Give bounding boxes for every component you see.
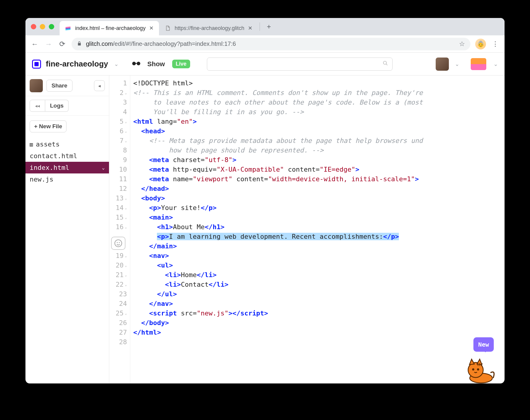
code-line[interactable] [133, 337, 505, 347]
file-item-new-js[interactable]: new.js [25, 173, 109, 185]
live-badge[interactable]: Live [172, 60, 190, 68]
forward-button[interactable]: → [44, 40, 53, 48]
code-line[interactable]: <!-- This is an HTML comment. Comments d… [133, 88, 505, 98]
url-text: glitch.com/edit/#!/fine-archaeology?path… [86, 40, 236, 47]
code-line[interactable]: <script src="new.js"></script> [133, 309, 505, 318]
file-item-index-html[interactable]: index.html⌄ [25, 162, 109, 173]
code-line[interactable]: <p>Your site!</p> [133, 203, 505, 213]
code-line[interactable]: You'll be filling it in as you go. --> [133, 107, 505, 117]
code-line[interactable]: <main> [133, 213, 505, 222]
logs-button[interactable]: Logs [45, 100, 69, 112]
file-name: assets [36, 140, 60, 148]
code-line[interactable]: <meta http-equiv="X-UA-Compatible" conte… [133, 165, 505, 174]
minimize-window-button[interactable] [40, 24, 45, 29]
cat-mascot-icon[interactable] [463, 356, 496, 383]
code-line[interactable]: how the page should be represented. --> [133, 146, 505, 155]
svg-point-7 [119, 242, 120, 243]
account-dropdown-caret[interactable]: ⌄ [493, 61, 498, 67]
code-line[interactable]: <body> [133, 194, 505, 203]
show-button-label[interactable]: Show [147, 60, 165, 68]
new-feature-badge[interactable]: New [473, 337, 494, 352]
code-line[interactable]: <!DOCTYPE html> [133, 78, 505, 88]
browser-tab[interactable]: https://fine-archaeology.glitch ✕ [159, 21, 258, 35]
code-line[interactable]: <ul> [133, 261, 505, 270]
close-tab-icon[interactable]: ✕ [248, 25, 252, 31]
search-icon [383, 61, 388, 67]
line-number: 2 ⌄ [109, 88, 127, 98]
sidebar: Share ◂ ◂◂ Logs + New File ▥assetscontac… [25, 75, 109, 383]
sunglasses-icon[interactable] [132, 60, 141, 68]
line-number: 14 ⌄ [109, 203, 127, 213]
file-item-assets[interactable]: ▥assets [25, 138, 109, 150]
browser-toolbar: ← → ⟳ glitch.com/edit/#!/fine-archaeolog… [25, 35, 505, 53]
line-number: 28 [109, 337, 127, 347]
archive-icon: ▥ [30, 141, 33, 147]
svg-point-3 [383, 61, 387, 64]
line-number: 7 ⌄ [109, 136, 127, 146]
profile-avatar[interactable]: 👵 [475, 39, 486, 49]
browser-tab-active[interactable]: index.html – fine-archaeology ✕ [60, 21, 159, 35]
search-input[interactable] [211, 61, 383, 67]
debug-face-button[interactable] [111, 237, 125, 250]
url-bar[interactable]: glitch.com/edit/#!/fine-archaeology?path… [72, 38, 470, 50]
code-area[interactable]: <!DOCTYPE html><!-- This is an HTML comm… [130, 75, 505, 383]
tab-title: https://fine-archaeology.glitch [175, 25, 244, 31]
share-button[interactable]: Share [46, 80, 72, 92]
file-item-contact-html[interactable]: contact.html [25, 150, 109, 162]
line-number: 21 ⌄ [109, 270, 127, 280]
collapse-sidebar-button[interactable]: ◂ [94, 80, 105, 91]
code-line[interactable]: <html lang="en"> [133, 117, 505, 126]
chrome-menu-button[interactable]: ⋮ [491, 40, 500, 48]
reload-button[interactable]: ⟳ [58, 40, 67, 48]
chevron-down-icon: ⌄ [102, 165, 105, 170]
code-line[interactable]: <head> [133, 126, 505, 136]
line-number: 19 ⌄ [109, 251, 127, 261]
code-line[interactable]: <!-- Meta tags provide metadata about th… [133, 136, 505, 146]
search-box[interactable] [207, 58, 393, 71]
new-tab-button[interactable]: + [264, 21, 274, 32]
code-line[interactable]: </head> [133, 184, 505, 194]
code-line[interactable]: </nav> [133, 299, 505, 309]
svg-point-0 [132, 62, 136, 65]
project-dropdown-caret[interactable]: ⌄ [114, 61, 119, 67]
line-number: 12 [109, 184, 127, 194]
code-line[interactable]: to leave notes to each other about the p… [133, 98, 505, 107]
user-avatar[interactable] [436, 58, 449, 71]
code-line[interactable]: <meta name="viewport" content="width=dev… [133, 174, 505, 184]
tab-strip: index.html – fine-archaeology ✕ https://… [25, 18, 505, 35]
file-name: contact.html [30, 152, 77, 160]
close-tab-icon[interactable]: ✕ [149, 25, 154, 31]
line-number: 16 ⌄ [109, 222, 127, 232]
rewind-button[interactable]: ◂◂ [30, 100, 45, 112]
code-line[interactable]: <li>Home</li> [133, 270, 505, 280]
back-button[interactable]: ← [30, 40, 39, 48]
code-line[interactable]: </body> [133, 318, 505, 328]
new-file-button[interactable]: + New File [30, 120, 66, 132]
maximize-window-button[interactable] [49, 24, 54, 29]
code-line[interactable]: <meta charset="utf-8"> [133, 155, 505, 165]
code-line[interactable]: <h1>About Me</h1> [133, 222, 505, 232]
line-number: 1 [109, 78, 127, 88]
svg-point-6 [117, 242, 118, 243]
tab-title: index.html – fine-archaeology [75, 25, 146, 31]
code-line[interactable]: </main> [133, 241, 505, 251]
code-line[interactable]: </html> [133, 328, 505, 337]
glitch-logo-icon[interactable] [471, 58, 486, 70]
code-line[interactable]: <nav> [133, 251, 505, 261]
app-header: fine-archaeology ⌄ Show Live ⌄ ⌄ [25, 53, 505, 75]
line-number: 8 [109, 146, 127, 155]
code-line[interactable]: <li>Contact</li> [133, 280, 505, 289]
user-dropdown-caret[interactable]: ⌄ [455, 61, 459, 67]
collaborator-avatar[interactable] [30, 79, 43, 92]
project-name[interactable]: fine-archaeology [46, 59, 108, 69]
line-number: 6 ⌄ [109, 126, 127, 136]
line-number: 22 ⌄ [109, 280, 127, 289]
code-line[interactable]: <p>I am learning web development. Recent… [133, 232, 505, 241]
code-line[interactable]: </ul> [133, 289, 505, 299]
glitch-favicon [65, 25, 72, 31]
line-number: 24 [109, 299, 127, 309]
close-window-button[interactable] [31, 24, 36, 29]
bookmark-icon[interactable]: ☆ [459, 40, 465, 48]
svg-point-10 [472, 368, 474, 371]
code-editor[interactable]: 12 ⌄345 ⌄6 ⌄7 ⌄8910111213 ⌄14 ⌄15 ⌄16 ⌄1… [109, 75, 505, 383]
